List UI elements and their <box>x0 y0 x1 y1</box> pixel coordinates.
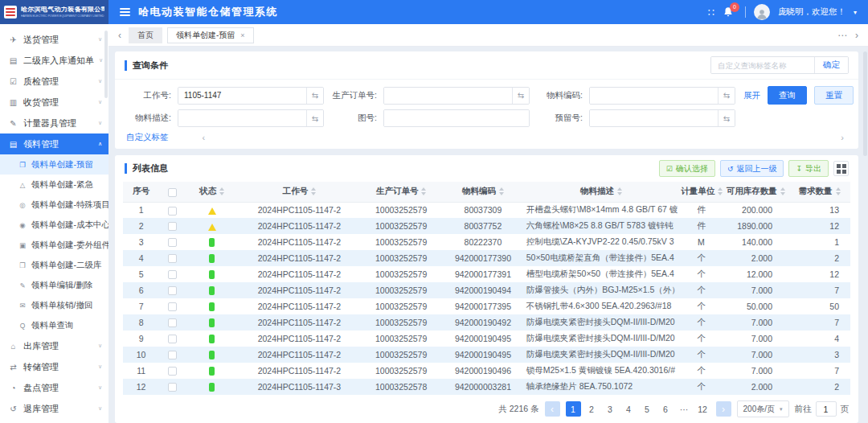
page-number[interactable]: 5 <box>640 401 655 417</box>
expand-link[interactable]: 展开 <box>743 90 760 101</box>
export-button[interactable]: ↧导出 <box>788 160 829 177</box>
tags-scroll-left-icon[interactable]: ‹ <box>203 133 206 142</box>
row-work-no: 2024HPC1105-1147-2 <box>240 314 359 331</box>
table-row: 92024HPC1105-1147-2100032525799420001904… <box>123 331 850 347</box>
row-checkbox[interactable] <box>168 335 177 343</box>
row-checkbox[interactable] <box>168 286 177 295</box>
menu-collapse-icon[interactable] <box>120 8 130 16</box>
input-list-icon[interactable]: ⇆ <box>718 88 735 104</box>
page-number[interactable]: 12 <box>695 401 710 417</box>
custom-tag-link[interactable]: 自定义标签 <box>126 132 169 143</box>
sidebar-subitem[interactable]: ❒领料单创建-二级库 <box>0 255 108 275</box>
tabs-scroll-right-icon[interactable]: › <box>855 30 858 41</box>
query-input[interactable] <box>178 88 306 104</box>
sidebar-subitem[interactable]: ✉领料单核销/撤回 <box>0 295 108 315</box>
sort-icon <box>421 187 426 195</box>
sidebar-item[interactable]: ✈送货管理∨ <box>0 29 108 50</box>
goto-page-input[interactable] <box>816 401 837 417</box>
query-input[interactable] <box>384 88 512 104</box>
notification-bell-icon[interactable]: 0 <box>723 6 734 18</box>
col-description-header[interactable]: 物料描述 <box>523 182 680 202</box>
status-ok-icon <box>209 335 215 343</box>
sidebar-subitem[interactable]: ◉领料单创建-成本中心 <box>0 215 108 235</box>
col-work-no-header[interactable]: 工作号 <box>240 182 359 202</box>
sidebar-scrollbar[interactable] <box>104 31 108 98</box>
prev-page-button[interactable]: ‹ <box>545 401 560 417</box>
sidebar-item-label: 二级库入库通知单 <box>23 55 94 67</box>
sidebar-subitem[interactable]: ▣领料单创建-委外组件 <box>0 235 108 255</box>
row-checkbox[interactable] <box>168 302 177 311</box>
reserve-icon: ❐ <box>18 161 27 169</box>
tabs-scroll-left-icon[interactable]: ‹ <box>118 30 121 41</box>
sidebar-item[interactable]: ↺退库管理∨ <box>0 398 108 419</box>
sidebar-item[interactable]: ⌂出库管理∨ <box>0 335 108 356</box>
col-order-no-header[interactable]: 生产订单号 <box>359 182 443 202</box>
col-status-header[interactable]: 状态 <box>185 182 240 202</box>
row-material-code: 942000177391 <box>443 266 523 282</box>
sidebar-subitem[interactable]: Q领料单查询 <box>0 315 108 335</box>
row-checkbox[interactable] <box>168 238 177 247</box>
tags-scroll-right-icon[interactable]: › <box>841 133 844 142</box>
sidebar-subitem[interactable]: ❐领料单创建-预留 <box>0 154 108 175</box>
input-list-icon[interactable]: ⇆ <box>306 110 323 126</box>
sidebar-subitem[interactable]: ◎领料单创建-特殊项目 <box>0 195 108 215</box>
avatar[interactable] <box>754 4 770 20</box>
row-checkbox[interactable] <box>168 270 177 279</box>
input-list-icon[interactable]: ⇆ <box>512 88 529 104</box>
next-page-button[interactable]: › <box>716 401 731 417</box>
row-checkbox[interactable] <box>168 367 177 376</box>
col-material-code-header[interactable]: 物料编码 <box>443 182 523 202</box>
row-checkbox[interactable] <box>168 222 177 231</box>
col-stock-header[interactable]: 可用库存数量 <box>723 182 788 202</box>
row-work-no: 2024HPC1105-1147-2 <box>240 298 359 314</box>
input-list-icon[interactable]: ⇆ <box>306 88 323 104</box>
row-checkbox[interactable] <box>168 351 177 359</box>
sidebar-item[interactable]: ✎计量器具管理∨ <box>0 113 108 133</box>
page-number[interactable]: 4 <box>621 401 637 417</box>
row-checkbox[interactable] <box>168 318 177 327</box>
tab-item[interactable]: 首页 <box>129 27 162 43</box>
tab-close-icon[interactable]: × <box>240 31 244 39</box>
col-unit-header[interactable]: 计量单位 <box>679 182 723 202</box>
page-number[interactable]: 6 <box>658 401 674 417</box>
row-checkbox[interactable] <box>168 383 177 392</box>
page-size-select[interactable]: 200条/页▾ <box>737 400 789 417</box>
query-input[interactable] <box>590 110 718 126</box>
user-greeting[interactable]: 庞晓明，欢迎您！ <box>778 6 845 18</box>
select-all-checkbox[interactable] <box>168 188 177 197</box>
sidebar-item[interactable]: ▥收货管理∨ <box>0 92 108 113</box>
fullscreen-icon[interactable]: ∷ <box>708 6 714 18</box>
pagination: 共 2216 条 ‹ 123456···12 › 200条/页▾ 前往 页 <box>123 396 850 421</box>
search-button[interactable]: 查询 <box>768 86 807 105</box>
row-checkbox[interactable] <box>168 254 177 263</box>
sidebar-item[interactable]: ☑质检管理∨ <box>0 71 108 92</box>
sidebar-item[interactable]: ▤领料管理∧ <box>0 133 108 154</box>
input-list-icon[interactable]: ⇆ <box>718 110 735 126</box>
tab-active[interactable]: 领料单创建-预留× <box>167 27 254 43</box>
col-demand-header[interactable]: 需求数量 <box>788 182 850 202</box>
sidebar-item[interactable]: ▤二级库入库通知单∨ <box>0 50 108 71</box>
custom-tag-name-input[interactable] <box>711 57 814 73</box>
tag-confirm-button[interactable]: 确定 <box>814 57 848 73</box>
sidebar-item[interactable]: ◔盘点管理∨ <box>0 377 108 398</box>
sidebar-subitem[interactable]: ✎领料单编辑/删除 <box>0 275 108 295</box>
sidebar-item[interactable]: ⇄转储管理∨ <box>0 356 108 377</box>
sidebar-subitem[interactable]: △领料单创建-紧急 <box>0 175 108 195</box>
query-input[interactable] <box>384 110 529 126</box>
user-menu-caret-icon[interactable]: ▾ <box>854 9 857 16</box>
reset-button[interactable]: 重置 <box>814 86 854 105</box>
row-order-no: 10003252578 <box>359 379 443 395</box>
tabs-more-icon[interactable]: ⋯ <box>837 30 848 41</box>
row-demand: 7 <box>788 314 850 331</box>
page-number[interactable]: 2 <box>584 401 600 417</box>
query-input[interactable] <box>178 110 306 126</box>
column-settings-icon[interactable] <box>833 161 849 176</box>
page-number[interactable]: 1 <box>566 401 581 417</box>
row-index: 1 <box>123 202 159 218</box>
row-checkbox[interactable] <box>168 207 177 216</box>
page-number[interactable]: 3 <box>603 401 618 417</box>
query-input[interactable] <box>590 88 718 104</box>
confirm-select-button[interactable]: ☑确认选择 <box>659 160 715 177</box>
window-scrollbar[interactable] <box>863 51 867 156</box>
back-button[interactable]: ↺返回上一级 <box>720 160 784 177</box>
